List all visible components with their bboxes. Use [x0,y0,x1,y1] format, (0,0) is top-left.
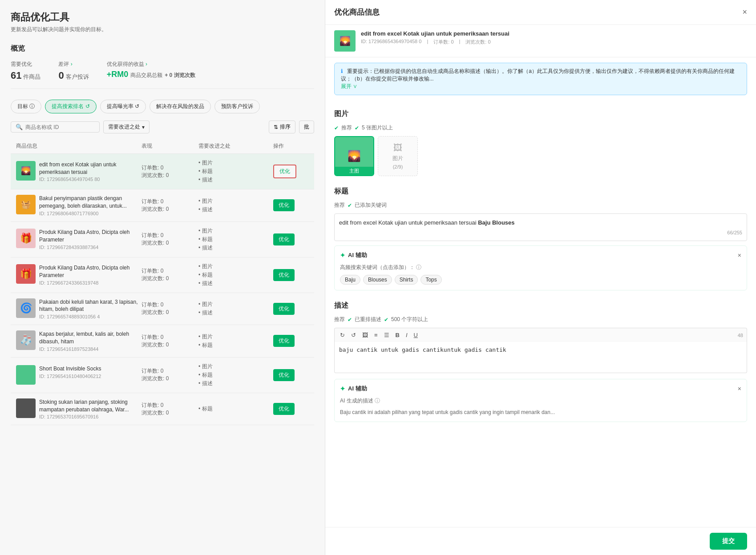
product-info-8: Stoking sukan larian panjang, stoking ma… [16,398,138,420]
images-section-title: 图片 [334,109,348,119]
product-thumb-3: 🎁 [16,229,36,248]
overview-grid: 需要优化 61件商品 差评 › 0客户投诉 优化获得的收益 › +RM0 商品交… [11,60,314,89]
filter-select[interactable]: 需要改进之处 ▾ [103,121,150,133]
ai-desc-preview: Baju cantik ini adalah pilihan yang tepa… [340,408,741,416]
recommend-text: 推荐 [341,124,352,132]
main-image-label: 主图 [335,167,373,175]
product-perf-3: 订单数: 0 浏览次数: 0 [141,232,195,247]
search-box[interactable]: 🔍 [11,121,100,133]
description-section: 描述 推荐 ✔ 已重排描述 ✔ 500 个字符以上 ↻ ↺ 🖼 ≡ ☰ B I … [334,301,747,422]
tab-risk[interactable]: 解决存在风险的发品 [150,100,211,113]
check-icon1: ✔ [348,317,352,323]
keyword-tag-blouses[interactable]: Blouses [363,275,392,285]
product-info-6: 🧦 Kapas berjalur, lembut, kalis air, bol… [16,330,138,352]
left-panel: 商品优化工具 更新发品可以解决问题并实现你的目标。 概览 需要优化 61件商品 … [0,0,325,555]
desc-recommendation: 推荐 ✔ 已重排描述 ✔ 500 个字符以上 [334,316,747,323]
list-ordered-button[interactable]: ☰ [382,331,391,339]
overview-bad-reviews: 差评 › 0客户投诉 [58,60,89,81]
optimize-button-5[interactable]: 优化 [273,303,295,315]
product-perf-6: 订单数: 0 浏览次数: 0 [141,334,195,349]
keyword-label: 高频搜索关键词（点击添加）： ⓘ [340,264,741,271]
tab-goal[interactable]: 目标 ⓘ [11,100,41,113]
optimize-button-6[interactable]: 优化 [273,335,295,347]
main-image-card[interactable]: 🌄 主图 [334,136,374,176]
product-header-meta: ID: 172968654364970458 0 | 订单数: 0 | 浏览次数… [361,39,509,45]
keyword-tag-tops[interactable]: Tops [420,275,441,285]
optimize-button-2[interactable]: 优化 [273,199,295,211]
product-thumb-7 [16,365,36,385]
product-info-4: 🎁 Produk Kilang Data Astro, Dicipta oleh… [16,264,138,286]
close-button[interactable]: × [742,8,747,17]
sort-label: 排序 [280,123,291,131]
product-thumb-5: 🌀 [16,298,36,318]
notice-text: 重要提示：已根据你提供的信息自动生成商品名称和描述（输出）。你了解（a）此工具仅… [341,68,735,82]
overview-label-2: 差评 › [58,60,89,68]
product-info-2: 🧺 Bakul penyimpanan plastik dengan pemeg… [16,195,138,216]
product-perf-5: 订单数: 0 浏览次数: 0 [141,301,195,316]
optimize-button-8[interactable]: 优化 [273,403,295,415]
product-action-7: 优化 [273,369,309,381]
right-panel: 优化商品信息 × 🌄 edit from excel Kotak ujian u… [325,0,756,555]
product-id-6: ID: 1729654161897523844 [39,346,138,352]
product-perf-4: 订单数: 0 浏览次数: 0 [141,267,195,282]
page-title: 商品优化工具 [11,11,314,24]
table-row: Stoking sukan larian panjang, stoking ma… [11,393,314,426]
search-input[interactable] [25,124,95,130]
product-name-2: Bakul penyimpanan plastik dengan pemegan… [39,195,138,210]
desc-textarea[interactable]: baju cantik untuk gadis cantikuntuk gadi… [334,342,747,373]
ai-title-close[interactable]: × [738,252,741,259]
toolbar: 🔍 需要改进之处 ▾ ⇅ 排序 批 [11,121,314,133]
undo-button[interactable]: ↺ [349,331,358,339]
product-action-3: 优化 [273,233,309,245]
italic-button[interactable]: I [404,331,409,339]
product-issues-5: 图片 描述 [198,301,270,317]
ai-desc-header: ✦ AI 辅助 × [340,385,741,393]
keyword-tag-baju[interactable]: Baju [340,275,360,285]
title-bold-part: Baju Blouses [478,219,514,226]
batch-button[interactable]: 批 [299,121,314,133]
tab-complaint[interactable]: 预防客户投诉 [214,100,260,113]
add-image-card[interactable]: 🖼 图片 (2/9) [378,136,418,176]
product-info-1: 🌄 edit from excel Kotak ujian untuk peme… [16,161,138,182]
image-insert-button[interactable]: 🖼 [360,331,370,339]
desc-section-title: 描述 [334,301,348,310]
product-id-7: ID: 17296541610480406212 [39,374,101,379]
ai-desc-close[interactable]: × [738,385,741,392]
underline-button[interactable]: U [412,331,420,339]
separator: | [427,39,428,45]
optimize-button-7[interactable]: 优化 [273,369,295,381]
product-perf-1: 订单数: 0 浏览次数: 0 [141,164,195,179]
product-action-8: 优化 [273,403,309,415]
product-name-3: Produk Kilang Data Astro, Dicipta oleh P… [39,229,138,244]
tab-search-rank[interactable]: 提高搜索排名 ↺ [45,100,96,113]
list-unordered-button[interactable]: ≡ [372,331,380,339]
title-display[interactable]: edit from excel Kotak ujian untuk pemeri… [334,213,747,241]
product-issues-4: 图片 标题 描述 [198,263,270,287]
submit-button[interactable]: 提交 [710,533,747,550]
desc-toolbar: ↻ ↺ 🖼 ≡ ☰ B I U 48 [334,328,747,342]
product-id-5: ID: 172966574889301056 4 [39,314,138,319]
overview-value-3: +RM0 商品交易总额 + 0 浏览次数 [107,70,195,79]
redo-button[interactable]: ↻ [338,331,347,339]
sort-button[interactable]: ⇅ 排序 [269,121,295,133]
col-action: 操作 [273,142,309,150]
add-image-counter: (2/9) [393,164,403,169]
table-row: 🧺 Bakul penyimpanan plastik dengan pemeg… [11,189,314,222]
tab-exposure[interactable]: 提高曝光率 ↺ [100,100,146,113]
product-thumb-8 [16,398,36,418]
recommend-value: 5 张图片以上 [362,124,393,132]
optimize-button-3[interactable]: 优化 [273,233,295,245]
bold-button[interactable]: B [394,331,401,339]
desc-section-header: 描述 [334,301,747,310]
product-issues-2: 图片 描述 [198,197,270,213]
optimize-button-1[interactable]: 优化 [273,165,296,178]
star-icon: ✦ [340,252,345,259]
product-name-1: edit from excel Kotak ujian untuk pemeri… [39,161,138,176]
expand-button[interactable]: 展开 ∨ [341,83,357,89]
product-id-3: ID: 1729667284393887364 [39,245,138,250]
keyword-tag-shirts[interactable]: Shirts [395,275,418,285]
title-section: 标题 推荐 ✔ 已添加关键词 edit from excel Kotak uji… [334,187,747,290]
table-header: 商品信息 表现 需要改进之处 操作 [11,139,314,154]
optimize-button-4[interactable]: 优化 [273,269,295,281]
ai-desc-info-icon: ⓘ [375,398,380,404]
